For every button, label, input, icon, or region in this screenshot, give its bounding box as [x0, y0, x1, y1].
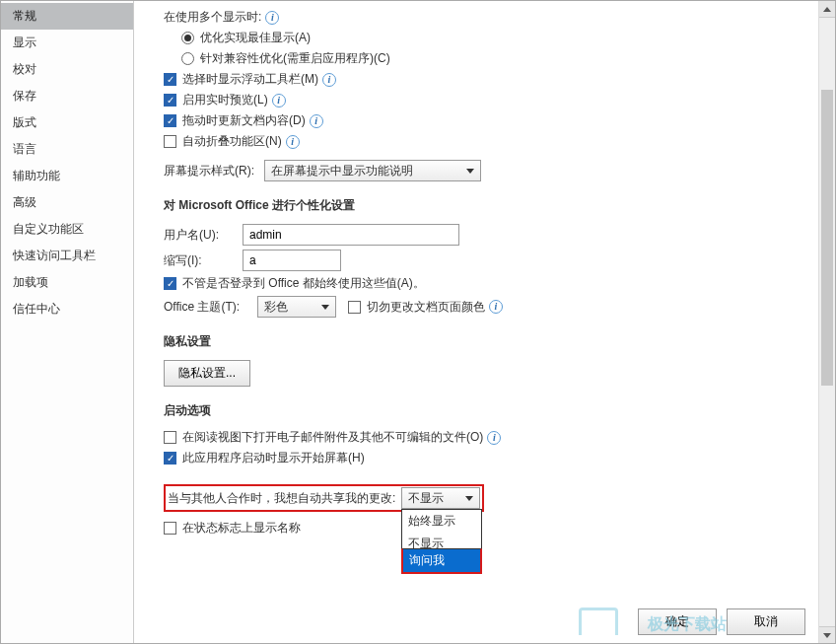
- collab-label: 当与其他人合作时，我想自动共享我的更改:: [168, 490, 395, 507]
- ok-button[interactable]: 确定: [638, 608, 717, 635]
- sidebar-item-display[interactable]: 显示: [1, 30, 133, 56]
- sidebar-item-proofing[interactable]: 校对: [1, 56, 133, 83]
- no-change-bg-label: 切勿更改文档页面颜色: [367, 299, 485, 316]
- show-status-label: 在状态标志上显示名称: [182, 520, 301, 537]
- scroll-thumb[interactable]: [821, 90, 833, 386]
- drag-update-label: 拖动时更新文档内容(D): [182, 112, 306, 129]
- username-label: 用户名(U):: [164, 227, 243, 244]
- startup-title: 启动选项: [164, 402, 805, 419]
- screentip-select[interactable]: 在屏幕提示中显示功能说明: [264, 160, 481, 181]
- scroll-up-arrow[interactable]: [819, 1, 835, 18]
- info-icon[interactable]: [487, 431, 501, 445]
- cancel-button[interactable]: 取消: [727, 608, 805, 635]
- initials-label: 缩写(I):: [164, 252, 243, 269]
- info-icon[interactable]: [322, 73, 336, 87]
- checkbox-show-status[interactable]: [164, 522, 176, 535]
- checkbox-live-preview[interactable]: [164, 94, 176, 107]
- vertical-scrollbar[interactable]: [818, 1, 835, 643]
- sidebar-item-accessibility[interactable]: 辅助功能: [1, 163, 133, 189]
- initials-input[interactable]: [243, 250, 341, 271]
- collapse-ribbon-label: 自动折叠功能区(N): [182, 133, 282, 150]
- radio-optimize-compat[interactable]: [181, 52, 194, 65]
- settings-main-panel: 在使用多个显示时: 优化实现最佳显示(A) 针对兼容性优化(需重启应用程序)(C…: [134, 1, 835, 643]
- info-icon[interactable]: [286, 135, 300, 149]
- collab-select[interactable]: 不显示: [401, 487, 480, 509]
- scroll-down-arrow[interactable]: [819, 626, 835, 643]
- multi-display-label: 在使用多个显示时:: [164, 9, 261, 26]
- sidebar-item-addins[interactable]: 加载项: [1, 269, 133, 296]
- sidebar-item-trust-center[interactable]: 信任中心: [1, 296, 133, 322]
- sidebar-item-save[interactable]: 保存: [1, 83, 133, 109]
- open-attachments-label: 在阅读视图下打开电子邮件附件及其他不可编辑的文件(O): [182, 429, 483, 446]
- sidebar-item-customize-ribbon[interactable]: 自定义功能区: [1, 216, 133, 243]
- collab-option-always[interactable]: 始终显示: [402, 510, 481, 533]
- floating-toolbar-label: 选择时显示浮动工具栏(M): [182, 71, 318, 88]
- radio-optimize-best-label: 优化实现最佳显示(A): [200, 30, 311, 46]
- info-icon[interactable]: [265, 11, 279, 25]
- collab-dropdown-highlight: 询问我: [401, 548, 482, 574]
- watermark-icon: [579, 608, 618, 635]
- checkbox-collapse-ribbon[interactable]: [164, 135, 176, 148]
- theme-select[interactable]: 彩色: [257, 296, 336, 318]
- radio-optimize-best[interactable]: [181, 32, 194, 44]
- screentip-label: 屏幕提示样式(R):: [164, 163, 254, 179]
- privacy-title: 隐私设置: [164, 333, 805, 350]
- sidebar-item-quick-access[interactable]: 快速访问工具栏: [1, 243, 133, 269]
- sidebar-item-language[interactable]: 语言: [1, 136, 133, 163]
- screentip-value: 在屏幕提示中显示功能说明: [271, 163, 413, 179]
- theme-value: 彩色: [264, 299, 288, 316]
- dialog-footer: 确定 取消: [638, 608, 805, 635]
- radio-optimize-compat-label: 针对兼容性优化(需重启应用程序)(C): [200, 50, 390, 67]
- username-input[interactable]: [243, 224, 459, 246]
- checkbox-open-attachments[interactable]: [164, 431, 176, 444]
- sidebar-item-advanced[interactable]: 高级: [1, 189, 133, 216]
- sidebar-item-general[interactable]: 常规: [1, 3, 133, 30]
- checkbox-always-use[interactable]: [164, 277, 176, 290]
- live-preview-label: 启用实时预览(L): [182, 92, 268, 108]
- settings-sidebar: 常规 显示 校对 保存 版式 语言 辅助功能 高级 自定义功能区 快速访问工具栏…: [1, 1, 134, 643]
- privacy-settings-button[interactable]: 隐私设置...: [164, 360, 250, 387]
- show-start-label: 此应用程序启动时显示开始屏幕(H): [182, 450, 365, 466]
- checkbox-floating-toolbar[interactable]: [164, 73, 176, 86]
- checkbox-show-start[interactable]: [164, 452, 176, 465]
- always-use-label: 不管是否登录到 Office 都始终使用这些值(A)。: [182, 275, 425, 292]
- info-icon[interactable]: [310, 114, 323, 128]
- collab-option-ask[interactable]: 询问我: [403, 549, 480, 572]
- collab-value: 不显示: [408, 490, 444, 507]
- checkbox-drag-update[interactable]: [164, 114, 176, 127]
- theme-label: Office 主题(T):: [164, 299, 257, 316]
- info-icon[interactable]: [489, 300, 503, 314]
- info-icon[interactable]: [272, 94, 286, 107]
- checkbox-no-change-bg[interactable]: [348, 301, 361, 314]
- personalize-title: 对 Microsoft Office 进行个性化设置: [164, 197, 805, 214]
- sidebar-item-layout[interactable]: 版式: [1, 109, 133, 136]
